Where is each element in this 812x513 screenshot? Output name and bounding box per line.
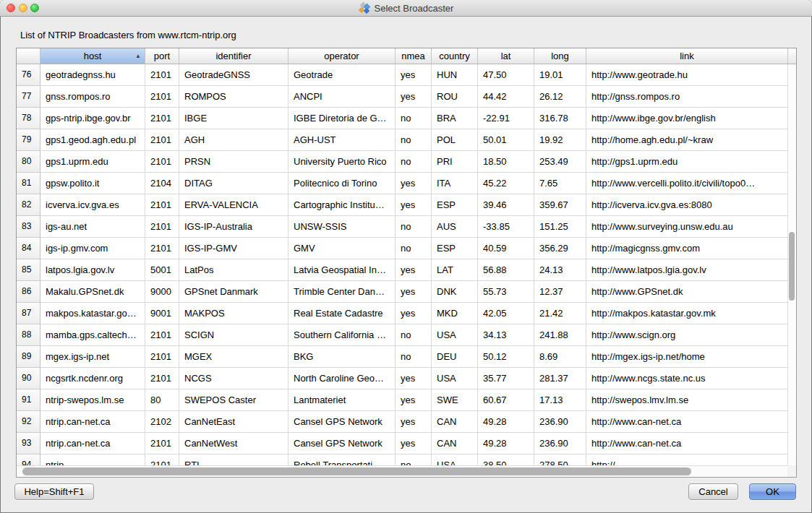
table-row[interactable]: 80gps1.uprm.edu2101PRSNUniversity Puerto… [17, 151, 788, 173]
cell-lat: 44.42 [478, 86, 534, 108]
column-header-country[interactable]: country [432, 48, 478, 64]
table-row[interactable]: 78gps-ntrip.ibge.gov.br2101IBGEIGBE Dire… [17, 108, 788, 129]
row-number[interactable]: 80 [17, 151, 40, 173]
row-number[interactable]: 79 [17, 129, 40, 151]
column-header-host[interactable]: host▲ [40, 48, 145, 64]
table-row[interactable]: 85latpos.lgia.gov.lv5001LatPosLatvia Geo… [17, 259, 788, 281]
row-number[interactable]: 87 [17, 303, 40, 324]
table-row[interactable]: 92ntrip.can-net.ca2102CanNetEastCansel G… [17, 411, 788, 433]
table-row[interactable]: 77gnss.rompos.ro2101ROMPOSANCPIyesROU44.… [17, 86, 788, 108]
table-row[interactable]: 91ntrip-swepos.lm.se80SWEPOS CasterLantm… [17, 389, 788, 411]
cell-identifier: SWEPOS Caster [179, 389, 289, 411]
column-header-label: link [680, 51, 694, 61]
horizontal-scrollbar[interactable] [17, 465, 788, 477]
cell-host: gnss.rompos.ro [40, 86, 145, 108]
cell-long: 241.88 [534, 324, 586, 346]
row-number[interactable]: 93 [17, 433, 40, 454]
row-number[interactable]: 77 [17, 86, 40, 108]
row-number[interactable]: 78 [17, 108, 40, 129]
cell-lat: 39.46 [478, 194, 534, 216]
cell-nmea: yes [396, 411, 432, 433]
column-header-label: country [439, 51, 470, 61]
column-header-long[interactable]: long [534, 48, 586, 64]
row-number[interactable]: 82 [17, 194, 40, 216]
table-row[interactable]: 93ntrip.can-net.ca2101CanNetWestCansel G… [17, 433, 788, 454]
table-row[interactable]: 76geotradegnss.hu2101GeotradeGNSSGeotrad… [17, 64, 788, 86]
cell-nmea: yes [396, 86, 432, 108]
table-row[interactable]: 82icverva.icv.gva.es2101ERVA-VALENCIACar… [17, 194, 788, 216]
table-row[interactable]: 81gpsw.polito.it2104DITAGPolitecnico di … [17, 173, 788, 194]
row-number[interactable]: 83 [17, 216, 40, 238]
cell-link: http://mgex.igs-ip.net/home [586, 346, 788, 368]
column-header-port[interactable]: port [145, 48, 179, 64]
row-number[interactable]: 90 [17, 368, 40, 389]
cell-host: Makalu.GPSnet.dk [40, 281, 145, 303]
cell-lat: 45.22 [478, 173, 534, 194]
row-number[interactable]: 85 [17, 259, 40, 281]
cell-port: 2101 [145, 433, 179, 454]
vertical-scrollbar[interactable] [787, 64, 796, 467]
cell-long: 8.69 [534, 346, 586, 368]
cancel-button[interactable]: Cancel [688, 483, 738, 500]
horizontal-scrollbar-thumb[interactable] [22, 467, 691, 475]
column-header-identifier[interactable]: identifier [179, 48, 289, 64]
vertical-scrollbar-thumb[interactable] [789, 232, 795, 301]
cell-operator: Southern California … [289, 324, 396, 346]
column-header-nmea[interactable]: nmea [396, 48, 432, 64]
titlebar[interactable]: Select Broadcaster [0, 0, 812, 17]
cell-identifier: PRSN [179, 151, 289, 173]
table-row[interactable]: 87makpos.katastar.go…9001MAKPOSReal Esta… [17, 303, 788, 324]
row-number[interactable]: 88 [17, 324, 40, 346]
cell-port: 2102 [145, 411, 179, 433]
column-header-lat[interactable]: lat [478, 48, 534, 64]
cell-link: http://home.agh.edu.pl/~kraw [586, 129, 788, 151]
cell-nmea: yes [396, 433, 432, 454]
close-button[interactable] [7, 4, 15, 12]
broadcaster-table: host▲portidentifieroperatornmeacountryla… [16, 48, 797, 478]
table-row[interactable]: 90ncgsrtk.ncdenr.org2101NCGSNorth Caroli… [17, 368, 788, 389]
table-row[interactable]: 89mgex.igs-ip.net2101MGEXBKGnoDEU50.128.… [17, 346, 788, 368]
help-button[interactable]: Help=Shift+F1 [14, 483, 94, 500]
table-row[interactable]: 83igs-au.net2101IGS-IP-AustraliaUNSW-SSI… [17, 216, 788, 238]
column-header-label: port [154, 51, 170, 61]
cell-operator: GMV [289, 238, 396, 259]
cell-long: 19.92 [534, 129, 586, 151]
column-header-label: lat [501, 51, 511, 61]
cell-lat: -22.91 [478, 108, 534, 129]
cell-link: http://www.scign.org [586, 324, 788, 346]
row-number[interactable]: 92 [17, 411, 40, 433]
cell-operator: BKG [289, 346, 396, 368]
table-row[interactable]: 84igs-ip.gmv.com2101IGS-IP-GMVGMVnoESP40… [17, 238, 788, 259]
ok-button[interactable]: OK [749, 483, 796, 500]
cell-country: LAT [432, 259, 478, 281]
row-number[interactable]: 81 [17, 173, 40, 194]
cell-link: http://www.can-net.ca [586, 433, 788, 454]
cell-country: ESP [432, 194, 478, 216]
cell-lat: 55.73 [478, 281, 534, 303]
cell-long: 359.67 [534, 194, 586, 216]
zoom-button[interactable] [30, 4, 39, 12]
table-row[interactable]: 88mamba.gps.caltech…2101SCIGNSouthern Ca… [17, 324, 788, 346]
row-number[interactable]: 76 [17, 64, 40, 86]
row-number[interactable]: 84 [17, 238, 40, 259]
cell-long: 24.13 [534, 259, 586, 281]
sort-ascending-icon: ▲ [135, 48, 141, 64]
cell-link: http://www.ibge.gov.br/english [586, 108, 788, 129]
row-number[interactable]: 89 [17, 346, 40, 368]
row-number[interactable]: 86 [17, 281, 40, 303]
column-header-link[interactable]: link [586, 48, 788, 64]
row-number[interactable]: 91 [17, 389, 40, 411]
table-body: 76geotradegnss.hu2101GeotradeGNSSGeotrad… [17, 64, 788, 467]
cell-identifier: IGS-IP-Australia [179, 216, 289, 238]
cell-identifier: ROMPOS [179, 86, 289, 108]
cell-host: icverva.icv.gva.es [40, 194, 145, 216]
table-row[interactable]: 79gps1.geod.agh.edu.pl2101AGHAGH-USTnoPO… [17, 129, 788, 151]
table-row[interactable]: 86Makalu.GPSnet.dk9000GPSnet DanmarkTrim… [17, 281, 788, 303]
minimize-button[interactable] [19, 4, 27, 12]
column-header-operator[interactable]: operator [289, 48, 396, 64]
column-header-rownum[interactable] [17, 48, 40, 64]
cell-nmea: yes [396, 259, 432, 281]
select-broadcaster-dialog: Select Broadcaster List of NTRIP Broadca… [0, 0, 812, 513]
cell-nmea: yes [396, 368, 432, 389]
cell-host: latpos.lgia.gov.lv [40, 259, 145, 281]
